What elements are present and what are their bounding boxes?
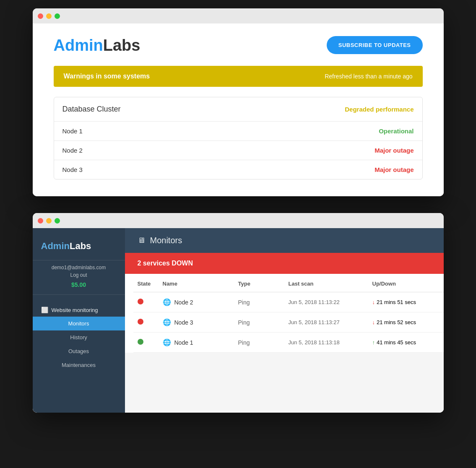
node-cell-name-2: Node 3 xyxy=(174,319,193,326)
close-button-2[interactable] xyxy=(38,218,43,224)
state-dot-red-1 xyxy=(138,299,143,304)
sidebar-item-maintenances[interactable]: Maintenances xyxy=(33,358,125,372)
scan-cell-2: Jun 5, 2018 11:13:27 xyxy=(289,319,372,325)
subscribe-button[interactable]: SUBSCRIBE TO UPDATES xyxy=(327,36,423,54)
logo-admin-text: Admin xyxy=(54,36,103,54)
node-cell-name-1: Node 2 xyxy=(174,299,193,306)
node-row-3: Node 3 Major outage xyxy=(54,160,422,179)
logo-labs-text: Labs xyxy=(103,36,140,54)
node-3-name: Node 3 xyxy=(62,166,83,173)
node-1-status: Operational xyxy=(379,127,414,135)
table-row: 🌐 Node 2 Ping Jun 5, 2018 11:13:22 ↓ 21 … xyxy=(133,292,444,312)
state-dot-green-3 xyxy=(138,339,143,345)
maximize-button[interactable] xyxy=(55,13,60,19)
col-header-updown: Up/Down xyxy=(372,281,444,287)
node-2-name: Node 2 xyxy=(62,147,83,154)
node-globe-icon-1: 🌐 xyxy=(163,298,171,306)
col-header-name: Name xyxy=(163,281,238,287)
sidebar-balance: $5.00 xyxy=(41,281,117,288)
node-3-status: Major outage xyxy=(375,166,414,173)
updown-value-1: 21 mins 51 secs xyxy=(377,299,416,305)
sidebar-section: ⬜ Website monitoring Monitors History Ou… xyxy=(33,295,125,372)
state-cell-1 xyxy=(138,299,163,306)
node-1-name: Node 1 xyxy=(62,127,83,135)
arrow-down-icon-2: ↓ xyxy=(372,319,375,325)
sidebar-item-monitors[interactable]: Monitors xyxy=(33,317,125,330)
cluster-status: Degraded performance xyxy=(345,106,414,113)
name-cell-2: 🌐 Node 3 xyxy=(163,318,238,326)
monitors-table: State Name Type Last scan Up/Down 🌐 xyxy=(125,274,444,353)
col-header-state: State xyxy=(138,281,163,287)
main-panel: 🖥 Monitors 2 services DOWN State Name Ty… xyxy=(125,228,444,413)
titlebar-1 xyxy=(33,8,444,23)
arrow-down-icon-1: ↓ xyxy=(372,299,375,305)
updown-cell-2: ↓ 21 mins 52 secs xyxy=(372,319,444,325)
table-row: 🌐 Node 1 Ping Jun 5, 2018 11:13:18 ↑ 41 … xyxy=(133,333,444,353)
close-button[interactable] xyxy=(38,13,43,19)
type-cell-2: Ping xyxy=(238,319,289,326)
scan-cell-3: Jun 5, 2018 11:13:18 xyxy=(289,339,372,346)
arrow-up-icon-3: ↑ xyxy=(372,339,375,346)
minimize-button[interactable] xyxy=(46,13,52,19)
name-cell-1: 🌐 Node 2 xyxy=(163,298,238,306)
node-row-2: Node 2 Major outage xyxy=(54,140,422,160)
sidebar-user: demo1@adminlabs.com Log out $5.00 xyxy=(33,260,125,295)
name-cell-3: 🌐 Node 1 xyxy=(163,338,238,346)
updown-cell-3: ↑ 41 mins 45 secs xyxy=(372,339,444,346)
maximize-button-2[interactable] xyxy=(55,218,60,224)
main-header: 🖥 Monitors xyxy=(125,228,444,253)
cluster-name: Database Cluster xyxy=(62,105,121,114)
logo: AdminLabs xyxy=(54,37,140,53)
sidebar-section-header: ⬜ Website monitoring xyxy=(33,303,125,317)
sidebar-logo-admin: Admin xyxy=(41,241,70,251)
sidebar-logo-labs: Labs xyxy=(70,241,91,251)
table-row: 🌐 Node 3 Ping Jun 5, 2018 11:13:27 ↓ 21 … xyxy=(133,312,444,333)
status-header: AdminLabs SUBSCRIBE TO UPDATES xyxy=(54,36,423,54)
sidebar-email: demo1@adminlabs.com xyxy=(41,265,117,270)
banner-refresh-text: Refreshed less than a minute ago xyxy=(325,73,412,80)
table-header-row: State Name Type Last scan Up/Down xyxy=(133,274,444,292)
scan-cell-1: Jun 5, 2018 11:13:22 xyxy=(289,299,372,305)
admin-panel-window: AdminLabs demo1@adminlabs.com Log out $5… xyxy=(33,213,444,413)
services-down-alert: 2 services DOWN xyxy=(125,253,444,274)
status-content: AdminLabs SUBSCRIBE TO UPDATES Warnings … xyxy=(33,23,444,196)
main-body: 2 services DOWN State Name Type Last sca… xyxy=(125,253,444,353)
titlebar-2 xyxy=(33,213,444,228)
col-header-type: Type xyxy=(238,281,289,287)
node-cell-name-3: Node 1 xyxy=(174,339,193,346)
minimize-button-2[interactable] xyxy=(46,218,52,224)
updown-cell-1: ↓ 21 mins 51 secs xyxy=(372,299,444,305)
updown-value-3: 41 mins 45 secs xyxy=(377,339,416,346)
main-title: Monitors xyxy=(150,236,182,245)
sidebar-logo: AdminLabs xyxy=(33,237,125,260)
state-cell-2 xyxy=(138,319,163,326)
col-header-lastscan: Last scan xyxy=(289,281,372,287)
sidebar: AdminLabs demo1@adminlabs.com Log out $5… xyxy=(33,228,125,413)
cluster-header: Database Cluster Degraded performance xyxy=(54,97,422,121)
sidebar-item-outages[interactable]: Outages xyxy=(33,344,125,358)
node-2-status: Major outage xyxy=(375,147,414,154)
monitors-icon: 🖥 xyxy=(138,236,145,245)
node-globe-icon-3: 🌐 xyxy=(163,338,171,346)
state-cell-3 xyxy=(138,339,163,346)
cluster-card: Database Cluster Degraded performance No… xyxy=(54,97,423,179)
state-dot-red-2 xyxy=(138,319,143,325)
banner-warning-text: Warnings in some systems xyxy=(64,73,150,80)
status-page-window: AdminLabs SUBSCRIBE TO UPDATES Warnings … xyxy=(33,8,444,196)
type-cell-3: Ping xyxy=(238,339,289,346)
sidebar-section-label: Website monitoring xyxy=(52,307,98,313)
monitor-icon: ⬜ xyxy=(41,307,48,313)
admin-content: AdminLabs demo1@adminlabs.com Log out $5… xyxy=(33,228,444,413)
sidebar-logout-link[interactable]: Log out xyxy=(41,272,117,278)
type-cell-1: Ping xyxy=(238,299,289,306)
node-globe-icon-2: 🌐 xyxy=(163,318,171,326)
updown-value-2: 21 mins 52 secs xyxy=(377,319,416,325)
status-banner: Warnings in some systems Refreshed less … xyxy=(54,66,423,87)
node-row-1: Node 1 Operational xyxy=(54,121,422,140)
sidebar-item-history[interactable]: History xyxy=(33,330,125,344)
